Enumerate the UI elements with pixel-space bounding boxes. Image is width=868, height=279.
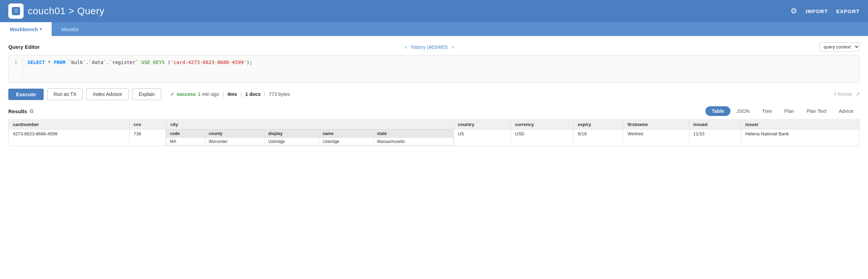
history-nav: ‹ history (463/463) ›: [404, 44, 455, 50]
status-area: ✓ success 1 min ago | 4ms | 1 docs | 773…: [170, 91, 290, 97]
cell-issued: 11/15: [689, 129, 741, 146]
docs-value: 1 docs: [245, 91, 261, 97]
settings-icon[interactable]: ⚙: [790, 7, 797, 16]
copy-results-button[interactable]: ⧉: [30, 108, 34, 114]
tab-advice[interactable]: Advice: [833, 106, 860, 116]
svg-rect-0: [12, 7, 20, 15]
results-header: Results ⧉ Table JSON Tree Plan Plan Text…: [8, 106, 860, 116]
keyword-use-keys: USE KEYS: [141, 60, 165, 65]
pipe-1: |: [223, 91, 224, 97]
code-paren-close: );: [246, 60, 252, 65]
sub-header-row: code county display name state: [166, 130, 453, 138]
history-next-button[interactable]: ›: [450, 44, 455, 50]
format-label: format: [838, 91, 852, 97]
cell-currency: USD: [511, 129, 573, 146]
sub-col-code: code: [166, 130, 205, 138]
col-country: country: [453, 120, 511, 129]
monitor-tab-label: Monitor: [61, 26, 79, 32]
results-table: cardnumber ccv city country currency exp…: [8, 119, 860, 146]
export-button[interactable]: EXPORT: [836, 8, 860, 14]
tab-plan[interactable]: Plan: [778, 106, 800, 116]
header-left: couch01 > Query: [8, 3, 105, 19]
col-firstname: firstname: [623, 120, 689, 129]
col-expiry: expiry: [573, 120, 623, 129]
history-label: history (463/463): [411, 44, 448, 50]
query-editor-title: Query Editor: [8, 44, 40, 50]
chevron-down-icon: ▾: [40, 27, 42, 32]
format-lines-icon: ≡: [834, 91, 836, 97]
header-right: ⚙ IMPORT EXPORT: [790, 7, 860, 16]
cell-expiry: 6/19: [573, 129, 623, 146]
results-tabs: Table JSON Tree Plan Plan Text Advice: [705, 106, 860, 116]
sub-cell-state: Massachusetts: [373, 138, 453, 146]
results-title-area: Results ⧉: [8, 108, 34, 114]
sub-table-row: MA Worcester Uxbridge Uxbridge Massachus…: [166, 138, 453, 146]
sub-col-display: display: [264, 130, 319, 138]
code-key-value: 'card:4273-6623-8686-4599': [171, 60, 246, 65]
sub-cell-county: Worcester: [205, 138, 265, 146]
action-toolbar: Execute Run as TX Index Advisor Explain …: [8, 88, 860, 100]
code-editor[interactable]: 1 SELECT * FROM `bulk`.`data`.`register`…: [8, 55, 860, 83]
page-title: couch01 > Query: [28, 6, 105, 17]
tab-tree[interactable]: Tree: [756, 106, 778, 116]
code-star: *: [48, 60, 54, 65]
cell-country: US: [453, 129, 511, 146]
col-issued: issued: [689, 120, 741, 129]
tab-monitor[interactable]: Monitor: [52, 22, 88, 36]
duration-value: 4ms: [227, 91, 237, 97]
col-issuer: issuer: [741, 120, 859, 129]
cell-ccv: 736: [129, 129, 166, 146]
pipe-3: |: [264, 91, 266, 97]
success-icon: ✓: [170, 91, 174, 97]
status-success-text: success: [176, 91, 196, 97]
results-title-text: Results: [8, 108, 27, 114]
keyword-from: FROM: [54, 60, 66, 65]
sub-col-name: name: [319, 130, 373, 138]
col-cardnumber: cardnumber: [9, 120, 130, 129]
city-sub-table: code county display name state MA Worces…: [166, 129, 453, 146]
import-button[interactable]: IMPORT: [806, 8, 828, 14]
sub-cell-name: Uxbridge: [319, 138, 373, 146]
sub-col-county: county: [205, 130, 265, 138]
line-number: 1: [9, 60, 23, 78]
pipe-2: |: [241, 91, 242, 97]
time-ago: 1 min ago: [198, 91, 219, 97]
run-as-tx-button[interactable]: Run as TX: [47, 88, 83, 100]
cell-firstname: Winfred: [623, 129, 689, 146]
tab-table[interactable]: Table: [705, 106, 730, 116]
format-button[interactable]: ≡ format: [834, 91, 852, 97]
app-logo: [8, 3, 24, 19]
index-advisor-button[interactable]: Index Advisor: [86, 88, 129, 100]
nav-bar: Workbench ▾ Monitor: [0, 22, 868, 36]
sub-cell-code: MA: [166, 138, 205, 146]
bytes-value: 773 bytes: [269, 91, 290, 97]
execute-button[interactable]: Execute: [8, 89, 44, 100]
main-content: Query Editor ‹ history (463/463) › query…: [0, 36, 868, 146]
table-row: 4273-6623-8686-4599 736 code county disp…: [9, 129, 860, 146]
col-city: city: [166, 120, 453, 129]
query-context-select[interactable]: query context: [819, 42, 860, 52]
col-ccv: ccv: [129, 120, 166, 129]
toolbar-right: ≡ format ↗: [834, 91, 860, 98]
keyword-select: SELECT: [27, 60, 45, 65]
code-table: `bulk`.`data`.`register`: [68, 60, 141, 65]
tab-workbench[interactable]: Workbench ▾: [0, 22, 52, 36]
cell-issuer: Helena National Bank: [741, 129, 859, 146]
tab-json[interactable]: JSON: [730, 106, 756, 116]
query-code[interactable]: SELECT * FROM `bulk`.`data`.`register` U…: [27, 60, 252, 78]
sub-col-state: state: [373, 130, 453, 138]
expand-button[interactable]: ↗: [855, 91, 860, 98]
cell-cardnumber: 4273-6623-8686-4599: [9, 129, 130, 146]
col-currency: currency: [511, 120, 573, 129]
table-header-row: cardnumber ccv city country currency exp…: [9, 120, 860, 129]
tab-plan-text[interactable]: Plan Text: [800, 106, 833, 116]
explain-button[interactable]: Explain: [132, 88, 162, 100]
workbench-tab-label: Workbench: [10, 26, 38, 32]
sub-cell-display: Uxbridge: [264, 138, 319, 146]
app-header: couch01 > Query ⚙ IMPORT EXPORT: [0, 0, 868, 22]
code-paren-open: (: [168, 60, 171, 65]
cell-city: code county display name state MA Worces…: [166, 129, 453, 146]
editor-header: Query Editor ‹ history (463/463) › query…: [8, 42, 860, 52]
history-prev-button[interactable]: ‹: [404, 44, 408, 50]
